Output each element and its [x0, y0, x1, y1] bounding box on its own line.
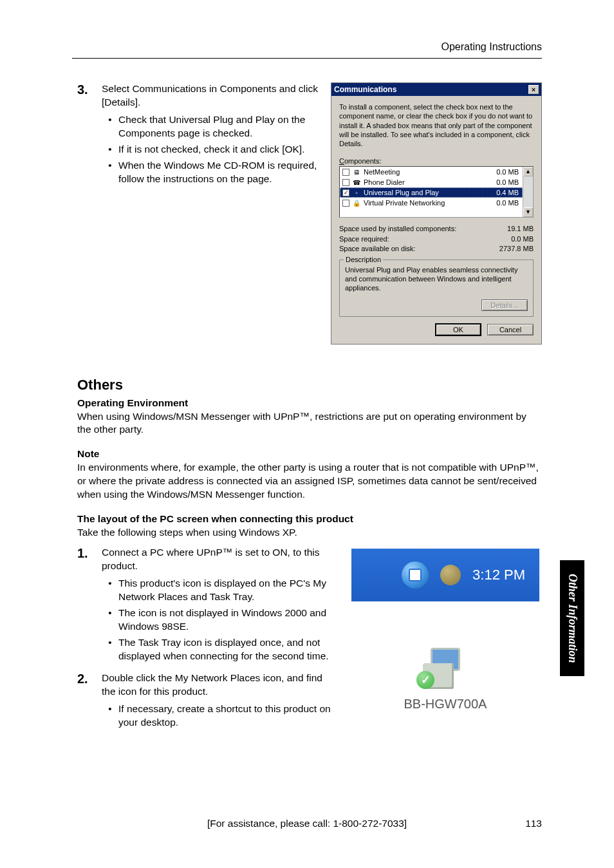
components-listbox[interactable]: 🖥 NetMeeting 0.0 MB ☎ Phone Dialer 0.0 M…: [339, 166, 534, 218]
section-step3: 3. Select Communications in Components a…: [77, 82, 542, 344]
page-number: 113: [525, 818, 542, 829]
close-icon[interactable]: ×: [528, 85, 539, 94]
checkbox-icon[interactable]: ✓: [342, 189, 349, 196]
component-size: 0.0 MB: [489, 168, 520, 176]
bullet: If it is not checked, check it and click…: [102, 143, 319, 156]
bullet: If necessary, create a shortcut to this …: [102, 703, 337, 730]
dialog-title: Communications: [334, 85, 396, 94]
checkbox-icon[interactable]: [342, 179, 349, 186]
space-label: Space available on disk:: [339, 244, 416, 254]
space-value: 19.1 MB: [507, 224, 534, 234]
square-icon: [409, 569, 422, 581]
space-label: Space required:: [339, 234, 389, 244]
page-content: 3. Select Communications in Components a…: [77, 82, 542, 736]
checkmark-icon: ✓: [416, 671, 434, 689]
bullet: The Task Tray icon is displayed once, an…: [102, 636, 337, 663]
scrollbar[interactable]: ▲ ▼: [523, 167, 533, 217]
upnp-icon: ▫: [352, 188, 361, 197]
component-size: 0.0 MB: [489, 178, 520, 186]
device-icon-image: ✓ BB-HGW700A: [349, 643, 542, 712]
communications-dialog-image: Communications × To install a component,…: [331, 82, 542, 344]
checkbox-icon[interactable]: [342, 200, 349, 207]
component-name: Phone Dialer: [364, 178, 489, 186]
operating-environment-heading: Operating Environment: [77, 397, 542, 409]
component-name: Universal Plug and Play: [364, 189, 489, 196]
dialog-titlebar: Communications ×: [331, 83, 541, 96]
footer-assist: [For assistance, please call: 1-800-272-…: [0, 818, 614, 829]
bullet: This product's icon is displayed on the …: [102, 577, 337, 604]
component-row-upnp[interactable]: ✓ ▫ Universal Plug and Play 0.4 MB: [340, 187, 523, 198]
step-1: 1. Connect a PC where UPnP™ is set to ON…: [77, 546, 337, 665]
component-row-vpn[interactable]: 🔒 Virtual Private Networking 0.0 MB: [340, 198, 523, 208]
step-number: 1.: [77, 546, 102, 665]
step-2: 2. Double click the My Network Places ic…: [77, 672, 337, 732]
header-rule: [72, 58, 542, 59]
tray-product-icon: [402, 561, 429, 589]
components-label: Components:: [339, 157, 534, 165]
checkbox-icon[interactable]: [342, 169, 349, 176]
layout-heading: The layout of the PC screen when connect…: [77, 513, 542, 525]
step-number: 2.: [77, 672, 102, 732]
space-info: Space used by installed components:19.1 …: [339, 224, 534, 254]
component-size: 0.4 MB: [489, 189, 520, 196]
step-text: Double click the My Network Places icon,…: [102, 672, 322, 697]
details-button: Details...: [481, 299, 528, 311]
step-3: 3. Select Communications in Components a…: [77, 82, 319, 188]
scroll-down-icon[interactable]: ▼: [523, 207, 533, 217]
component-size: 0.0 MB: [489, 199, 520, 207]
side-tab-other-information: Other Information: [560, 560, 584, 676]
section-steps-1-2: 1. Connect a PC where UPnP™ is set to ON…: [77, 546, 542, 736]
others-heading: Others: [77, 377, 542, 393]
component-name: Virtual Private Networking: [364, 199, 489, 207]
note-heading: Note: [77, 448, 542, 460]
phone-icon: ☎: [352, 178, 361, 187]
netmeeting-icon: 🖥: [352, 167, 361, 176]
layout-para: Take the following steps when using Wind…: [77, 526, 542, 540]
tray-secondary-icon: [440, 565, 461, 585]
component-name: NetMeeting: [364, 168, 489, 176]
task-tray-image: 3:12 PM: [349, 546, 542, 604]
lock-icon: 🔒: [352, 198, 361, 207]
scroll-up-icon[interactable]: ▲: [523, 167, 533, 176]
communications-dialog: Communications × To install a component,…: [331, 82, 542, 344]
space-label: Space used by installed components:: [339, 224, 456, 234]
component-row-netmeeting[interactable]: 🖥 NetMeeting 0.0 MB: [340, 167, 523, 177]
space-value: 2737.8 MB: [499, 244, 534, 254]
component-row-phone-dialer[interactable]: ☎ Phone Dialer 0.0 MB: [340, 177, 523, 187]
cancel-button[interactable]: Cancel: [487, 324, 534, 335]
description-legend: Description: [344, 256, 383, 263]
description-group: Description Universal Plug and Play enab…: [339, 259, 534, 317]
header-right: Operating Instructions: [441, 41, 542, 53]
step-text: Select Communications in Components and …: [102, 83, 318, 108]
bullet: When the Windows Me CD-ROM is required, …: [102, 159, 319, 186]
step-text: Connect a PC where UPnP™ is set to ON, t…: [102, 547, 320, 571]
step-number: 3.: [77, 82, 102, 188]
step3-text-column: 3. Select Communications in Components a…: [77, 82, 319, 344]
description-text: Universal Plug and Play enables seamless…: [345, 265, 528, 293]
device-label: BB-HGW700A: [349, 697, 542, 712]
bullet: The icon is not displayed in Windows 200…: [102, 607, 337, 634]
bullet: Check that Universal Plug and Play on th…: [102, 113, 319, 140]
operating-environment-para: When using Windows/MSN Messenger with UP…: [77, 410, 542, 437]
tray-time: 3:12 PM: [472, 567, 525, 583]
dialog-description: To install a component, select the check…: [339, 102, 534, 148]
note-para: In environments where, for example, the …: [77, 461, 542, 502]
space-value: 0.0 MB: [511, 234, 534, 244]
ok-button[interactable]: OK: [435, 323, 481, 336]
